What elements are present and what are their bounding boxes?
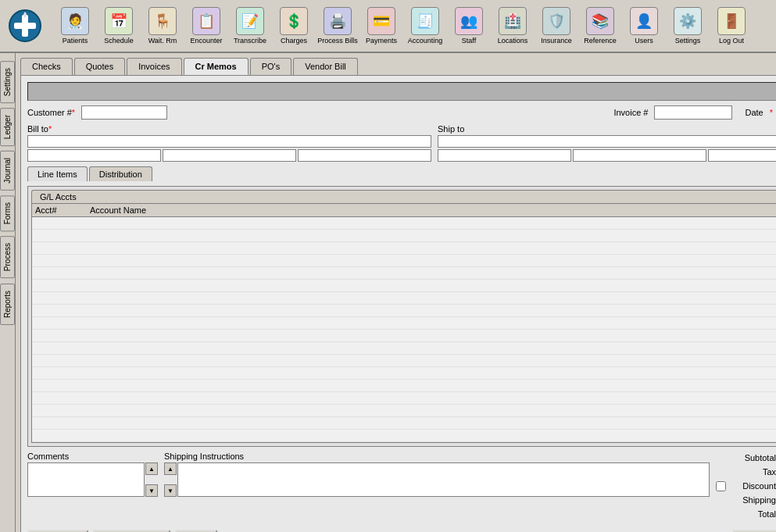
gl-row[interactable] bbox=[32, 217, 776, 230]
customer-input[interactable] bbox=[81, 105, 167, 120]
toolbar-item-users[interactable]: 👤 Users bbox=[624, 7, 664, 45]
bottom-section: Comments ▲ ▼ Shipping Instructions bbox=[27, 452, 776, 520]
tax-label: Tax bbox=[729, 467, 776, 477]
sub-tab-distribution[interactable]: Distribution bbox=[89, 166, 152, 181]
form-banner bbox=[27, 82, 776, 101]
toolbar-label: Encounter bbox=[190, 37, 222, 45]
gl-row[interactable] bbox=[32, 255, 776, 267]
sub-tab-line-items[interactable]: Line Items bbox=[27, 166, 88, 181]
tab-quotes[interactable]: Quotes bbox=[74, 58, 125, 75]
vtab-reports[interactable]: Reports bbox=[0, 284, 15, 325]
main-area: SettingsLedgerJournalFormsProcessReports… bbox=[0, 53, 776, 532]
ship-addr-zip[interactable] bbox=[708, 149, 776, 162]
tab-vendor-bill[interactable]: Vendor Bill bbox=[293, 58, 358, 75]
tab-cr-memos[interactable]: Cr Memos bbox=[184, 58, 249, 75]
gl-row[interactable] bbox=[32, 305, 776, 317]
gl-row[interactable] bbox=[32, 230, 776, 242]
toolbar-item-payments[interactable]: 💳 Payments bbox=[361, 7, 402, 45]
ship-addr-line1[interactable] bbox=[438, 135, 776, 148]
bill-addr-city[interactable] bbox=[27, 149, 161, 162]
toolbar-icon: 💳 bbox=[367, 7, 395, 35]
toolbar-label: Transcribe bbox=[234, 37, 266, 45]
shipping-scroll-down[interactable]: ▼ bbox=[164, 484, 177, 497]
gl-row[interactable] bbox=[32, 405, 776, 417]
toolbar-item-reference[interactable]: 📚 Reference bbox=[580, 7, 620, 45]
toolbar-label: Reference bbox=[584, 37, 617, 45]
gl-row[interactable] bbox=[32, 267, 776, 280]
gl-row[interactable] bbox=[32, 280, 776, 292]
toolbar-item-log-out[interactable]: 🚪 Log Out bbox=[711, 7, 752, 45]
gl-row[interactable] bbox=[32, 342, 776, 355]
toolbar-icon: 🧾 bbox=[411, 7, 439, 35]
toolbar-label: Patients bbox=[63, 37, 88, 45]
address-section: Bill to* Ship to bbox=[27, 124, 776, 162]
center-panel: ChecksQuotesInvoicesCr MemosPO'sVendor B… bbox=[16, 53, 776, 532]
gl-rows: (function(){ const rows = document.curre… bbox=[32, 217, 776, 442]
tab-invoices[interactable]: Invoices bbox=[127, 58, 181, 75]
toolbar-icon: 📚 bbox=[586, 7, 614, 35]
toolbar-icon: 🏥 bbox=[499, 7, 527, 35]
gl-row[interactable] bbox=[32, 355, 776, 367]
gl-row[interactable] bbox=[32, 367, 776, 380]
toolbar-item-accounting[interactable]: 🧾 Accounting bbox=[405, 7, 445, 45]
comments-label: Comments bbox=[27, 452, 158, 461]
toolbar: 🧑‍⚕️ Patients 📅 Schedule 🪑 Wait. Rm 📋 En… bbox=[0, 0, 776, 53]
customer-invoice-row: Customer #* Invoice # Date* 7/12/2010 bbox=[27, 105, 776, 120]
gl-accts-tab[interactable]: G/L Accts bbox=[31, 190, 776, 203]
vtab-journal[interactable]: Journal bbox=[0, 151, 15, 191]
date-label: Date bbox=[745, 108, 763, 117]
bill-addr-line1[interactable] bbox=[27, 135, 431, 148]
vtab-ledger[interactable]: Ledger bbox=[0, 108, 15, 146]
shipping-textarea[interactable] bbox=[177, 462, 710, 497]
totals-block: Subtotal Tax Discount Shipping bbox=[716, 452, 776, 520]
toolbar-item-settings[interactable]: ⚙️ Settings bbox=[667, 7, 708, 45]
gl-row[interactable] bbox=[32, 392, 776, 405]
gl-row[interactable] bbox=[32, 317, 776, 330]
toolbar-item-staff[interactable]: 👥 Staff bbox=[449, 7, 489, 45]
toolbar-icon: 🪑 bbox=[148, 7, 177, 35]
discount-checkbox[interactable] bbox=[716, 481, 726, 491]
gl-col-acct: Acct# bbox=[35, 205, 90, 215]
comments-scroll-down[interactable]: ▼ bbox=[145, 484, 158, 497]
toolbar-item-charges[interactable]: 💲 Charges bbox=[274, 7, 314, 45]
comments-scroll-up[interactable]: ▲ bbox=[145, 462, 158, 475]
vtab-forms[interactable]: Forms bbox=[0, 195, 15, 231]
bill-addr-state[interactable] bbox=[163, 149, 296, 162]
shipping-block: Shipping Instructions ▲ ▼ bbox=[164, 452, 710, 497]
bill-addr-zip[interactable] bbox=[298, 149, 431, 162]
tab-checks[interactable]: Checks bbox=[20, 58, 73, 75]
gl-row[interactable] bbox=[32, 330, 776, 342]
action-buttons: Duplicate Save as Draft Print Cancel Acc… bbox=[27, 525, 776, 532]
shipping-scroll-up[interactable]: ▲ bbox=[164, 462, 177, 475]
ship-addr-state[interactable] bbox=[573, 149, 706, 162]
discount-row: Discount bbox=[716, 480, 776, 492]
toolbar-item-wait.-rm[interactable]: 🪑 Wait. Rm bbox=[142, 7, 183, 45]
vtab-process[interactable]: Process bbox=[0, 236, 15, 278]
toolbar-item-insurance[interactable]: 🛡️ Insurance bbox=[536, 7, 577, 45]
toolbar-icon: 📅 bbox=[105, 7, 133, 35]
toolbar-item-encounter[interactable]: 📋 Encounter bbox=[186, 7, 227, 45]
vtab-settings[interactable]: Settings bbox=[0, 61, 15, 103]
total-label: Total bbox=[729, 509, 776, 519]
gl-row[interactable] bbox=[32, 292, 776, 305]
gl-row[interactable] bbox=[32, 380, 776, 392]
toolbar-item-schedule[interactable]: 📅 Schedule bbox=[98, 7, 139, 45]
toolbar-item-locations[interactable]: 🏥 Locations bbox=[492, 7, 533, 45]
ship-addr-city[interactable] bbox=[438, 149, 571, 162]
toolbar-item-patients[interactable]: 🧑‍⚕️ Patients bbox=[55, 7, 95, 45]
gl-row[interactable] bbox=[32, 242, 776, 255]
toolbar-label: Charges bbox=[281, 37, 307, 45]
toolbar-icon: 💲 bbox=[280, 7, 308, 35]
gl-row[interactable] bbox=[32, 417, 776, 430]
shipping-label: Shipping Instructions bbox=[164, 452, 710, 461]
gl-row[interactable] bbox=[32, 430, 776, 442]
sub-tabs: Line ItemsDistribution bbox=[27, 166, 776, 181]
comments-textarea[interactable] bbox=[27, 462, 145, 497]
toolbar-icon: 📋 bbox=[192, 7, 220, 35]
invoice-input[interactable] bbox=[654, 105, 732, 120]
toolbar-item-process-bills[interactable]: 🖨️ Process Bills bbox=[317, 7, 358, 45]
tab-po's[interactable]: PO's bbox=[250, 58, 292, 75]
toolbar-item-transcribe[interactable]: 📝 Transcribe bbox=[230, 7, 270, 45]
toolbar-icon: 🛡️ bbox=[542, 7, 570, 35]
total-row: Total bbox=[716, 508, 776, 520]
